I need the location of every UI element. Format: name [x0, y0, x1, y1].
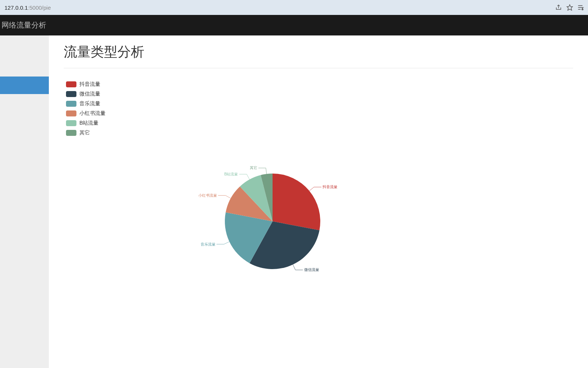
leader-line: [239, 174, 250, 180]
chart-area: 抖音流量 微信流量 音乐流量 小红书流量 B站流量: [64, 76, 573, 307]
legend-label: 微信流量: [79, 91, 100, 97]
legend-item[interactable]: B站流量: [66, 118, 106, 128]
leader-line: [218, 196, 231, 199]
share-icon[interactable]: [554, 3, 563, 12]
leader-line: [293, 265, 303, 270]
leader-line: [217, 241, 229, 244]
legend-item[interactable]: 微信流量: [66, 89, 106, 99]
legend-swatch: [66, 110, 76, 116]
legend-item[interactable]: 小红书流量: [66, 109, 106, 118]
slice-label: 小红书流量: [198, 193, 217, 197]
slice-label: 微信流量: [304, 268, 319, 272]
playlist-icon[interactable]: [577, 3, 585, 12]
page-title: 流量类型分析: [64, 43, 573, 61]
legend-swatch: [66, 81, 76, 87]
legend-swatch: [66, 130, 76, 136]
sidebar: [0, 35, 49, 368]
divider: [64, 68, 573, 68]
legend-item[interactable]: 其它: [66, 128, 106, 138]
slice-label: B站流量: [224, 172, 238, 176]
legend-item[interactable]: 音乐流量: [66, 99, 106, 109]
url-path: :5000/pie: [28, 4, 51, 11]
leader-line: [258, 168, 267, 174]
legend-label: 抖音流量: [79, 81, 100, 88]
app-header: 网络流量分析: [0, 15, 588, 35]
legend-swatch: [66, 120, 76, 126]
legend-swatch: [66, 101, 76, 107]
pie-chart[interactable]: 抖音流量微信流量音乐流量小红书流量B站流量其它: [213, 162, 332, 281]
slice-label: 其它: [250, 166, 257, 170]
chart-legend: 抖音流量 微信流量 音乐流量 小红书流量 B站流量: [66, 79, 106, 138]
star-icon[interactable]: [566, 3, 574, 12]
sidebar-active-item[interactable]: [0, 77, 49, 94]
main-content: 流量类型分析 抖音流量 微信流量 音乐流量 小红书流量: [49, 35, 588, 368]
legend-label: 其它: [79, 130, 90, 136]
legend-label: 小红书流量: [79, 110, 106, 117]
slice-label: 音乐流量: [201, 242, 216, 246]
svg-marker-0: [567, 5, 573, 10]
legend-item[interactable]: 抖音流量: [66, 79, 106, 89]
app-title: 网络流量分析: [1, 20, 46, 30]
legend-label: B站流量: [79, 120, 98, 127]
pie-slice[interactable]: [273, 174, 320, 230]
legend-label: 音乐流量: [79, 100, 100, 107]
url-display[interactable]: 127.0.0.1:5000/pie: [3, 4, 551, 11]
browser-address-bar: 127.0.0.1:5000/pie: [0, 0, 588, 15]
slice-label: 抖音流量: [322, 185, 337, 189]
legend-swatch: [66, 91, 76, 97]
url-host: 127.0.0.1: [4, 4, 28, 11]
leader-line: [309, 187, 321, 191]
